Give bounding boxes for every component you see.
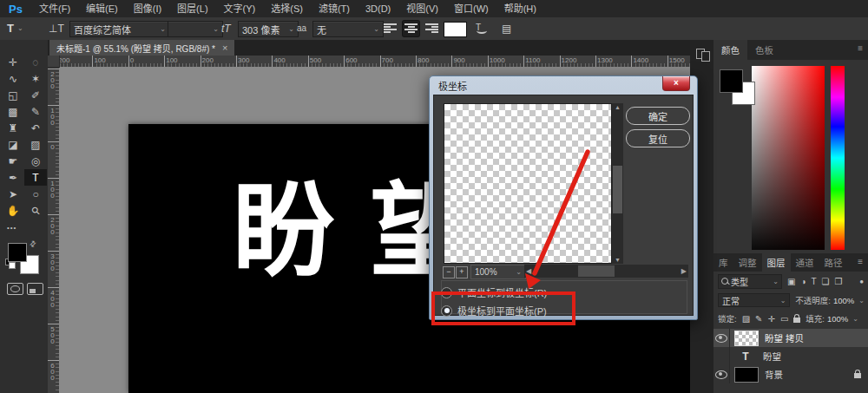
tab-色板[interactable]: 色板 [747, 40, 781, 60]
panel-foreground-swatch[interactable] [720, 69, 743, 93]
filter-type-layers-icon[interactable]: T [812, 277, 817, 286]
lock-all-icon[interactable] [793, 318, 800, 323]
scroll-up-icon[interactable]: ▲ [612, 104, 623, 110]
font-size-select[interactable]: 303 像素 ⌄ [238, 21, 299, 37]
lock-paint-icon[interactable]: ✎ [755, 314, 762, 324]
horizontal-ruler[interactable]: 2001000100200300400500600700800900100011… [48, 56, 690, 68]
type-tool[interactable]: T [24, 169, 47, 186]
warp-text-icon[interactable]: T [476, 21, 490, 34]
document-tab[interactable]: 未标题-1 @ 55.1% (盼望 拷贝, RGB/8#) * × [49, 40, 234, 56]
tab-路径[interactable]: 路径 [819, 253, 848, 272]
filter-pixel-layers-icon[interactable]: ▣ [787, 277, 795, 286]
menu-item[interactable]: 帮助(H) [496, 0, 544, 17]
annotation-arrow [512, 143, 599, 299]
align-right-button[interactable] [424, 21, 440, 36]
quick-mask-icon[interactable] [7, 283, 23, 295]
healing-brush-tool[interactable]: ▩ [2, 103, 24, 120]
chevron-down-icon[interactable]: ⌄ [849, 315, 858, 323]
panel-menu-icon[interactable]: ≡ [852, 253, 868, 272]
visibility-toggle[interactable] [713, 329, 730, 347]
scroll-down-icon[interactable]: ▼ [612, 257, 623, 263]
menu-item[interactable]: 选择(S) [263, 0, 311, 17]
dodge-tool[interactable]: ◎ [24, 153, 47, 169]
hand-tool[interactable]: ✋ [2, 202, 24, 219]
foreground-color-swatch[interactable] [8, 243, 27, 262]
tab-通道[interactable]: 通道 [791, 253, 819, 272]
menu-item[interactable]: 3D(D) [358, 0, 398, 17]
filter-adjustment-layers-icon[interactable]: ◑ [800, 277, 806, 286]
reset-button[interactable]: 复位 [626, 129, 690, 147]
visibility-toggle[interactable] [713, 347, 730, 365]
font-family-select[interactable]: 百度综艺简体 ⌄ [69, 21, 170, 37]
menu-item[interactable]: 文字(Y) [216, 0, 264, 17]
toggle-panels-icon[interactable]: ▤ [502, 21, 511, 36]
menu-item[interactable]: 滤镜(T) [311, 0, 358, 17]
screen-mode-icon[interactable] [27, 283, 43, 295]
align-left-button[interactable] [382, 21, 398, 36]
lock-transparency-icon[interactable]: ▨ [742, 314, 750, 324]
panel-menu-icon[interactable]: ≡ [852, 40, 868, 60]
saturation-brightness-field[interactable] [752, 66, 825, 250]
clone-stamp-tool[interactable]: ♜ [2, 120, 24, 136]
align-center-button[interactable] [403, 21, 419, 36]
chevron-down-icon[interactable]: ⌄ [855, 297, 865, 305]
layer-row[interactable]: 背景 [713, 365, 868, 383]
font-style-select[interactable]: ⌄ [168, 21, 223, 37]
gradient-tool[interactable]: ▨ [24, 136, 47, 153]
close-tab-icon[interactable]: × [222, 43, 227, 53]
tab-颜色[interactable]: 颜色 [713, 40, 747, 60]
crop-tool[interactable]: ◱ [2, 87, 24, 103]
eyedropper-tool[interactable]: ✐ [24, 87, 47, 103]
tab-调整[interactable]: 调整 [733, 253, 762, 272]
visibility-toggle[interactable] [713, 365, 730, 383]
preview-vertical-scrollbar[interactable]: ▲ ▼ [612, 103, 623, 264]
vertical-ruler[interactable]: 2001000100200300400500600700 [48, 67, 60, 393]
filter-smart-objects-icon[interactable]: ❐ [835, 277, 843, 286]
history-brush-tool[interactable]: ↶ [24, 120, 47, 136]
pen-tool[interactable]: ✒ [2, 169, 24, 186]
text-orientation-icon[interactable]: ⊥T [49, 21, 64, 36]
brush-tool[interactable]: ✎ [24, 103, 47, 120]
collapsed-panels-icon[interactable] [696, 49, 708, 60]
ellipse-shape-tool[interactable]: ○ [24, 186, 47, 202]
scrollbar-thumb[interactable] [613, 166, 622, 213]
path-selection-tool[interactable]: ➤ [2, 186, 24, 202]
zoom-in-button[interactable]: + [456, 266, 468, 278]
filter-shape-layers-icon[interactable]: ❏ [822, 277, 830, 286]
ok-button[interactable]: 确定 [626, 107, 690, 125]
swap-colors-icon[interactable]: ⇄ [28, 239, 38, 249]
tool-preset-picker[interactable]: T ⌄ [7, 21, 23, 36]
magic-wand-tool[interactable]: ✶ [24, 70, 47, 87]
opacity-value[interactable]: 100% [833, 296, 854, 305]
edit-toolbar-icon[interactable]: ••• [7, 224, 16, 232]
eraser-tool[interactable]: ◪ [2, 136, 24, 153]
fill-value[interactable]: 100% [827, 314, 848, 324]
menu-item[interactable]: 窗口(W) [446, 0, 496, 17]
tab-库[interactable]: 库 [713, 253, 733, 272]
layer-filter-select[interactable]: 类型 ⌄ [718, 274, 782, 289]
layer-row[interactable]: T盼望 [713, 347, 868, 365]
scroll-right-icon[interactable]: ▶ [681, 267, 687, 275]
layer-row[interactable]: 盼望 拷贝 [713, 329, 868, 347]
marquee-tool[interactable]: ◌ [24, 54, 47, 70]
hue-slider[interactable] [831, 66, 845, 250]
anti-alias-select[interactable]: 无 ⌄ [312, 21, 384, 37]
menu-item[interactable]: 文件(F) [31, 0, 78, 17]
dialog-close-button[interactable]: × [662, 76, 690, 91]
zoom-tool[interactable]: ⚲ [24, 202, 47, 219]
move-tool[interactable]: ✛ [2, 54, 24, 70]
ruler-label: 600 [345, 56, 357, 64]
menu-item[interactable]: 图层(L) [169, 0, 215, 17]
menu-item[interactable]: 视图(V) [398, 0, 446, 17]
menu-item[interactable]: 图像(I) [126, 0, 169, 17]
blend-mode-select[interactable]: 正常 ⌄ [718, 293, 790, 307]
zoom-out-button[interactable]: − [443, 266, 455, 278]
tab-图层[interactable]: 图层 [762, 253, 791, 272]
lock-position-icon[interactable]: ✛ [767, 314, 774, 324]
lasso-tool[interactable]: ∿ [2, 70, 24, 87]
smudge-tool[interactable]: ☛ [2, 153, 24, 169]
filter-pin-icon[interactable]: ● [859, 278, 864, 285]
menu-item[interactable]: 编辑(E) [78, 0, 126, 17]
text-color-swatch[interactable] [444, 22, 467, 37]
lock-artboard-icon[interactable]: ▭ [780, 314, 788, 324]
